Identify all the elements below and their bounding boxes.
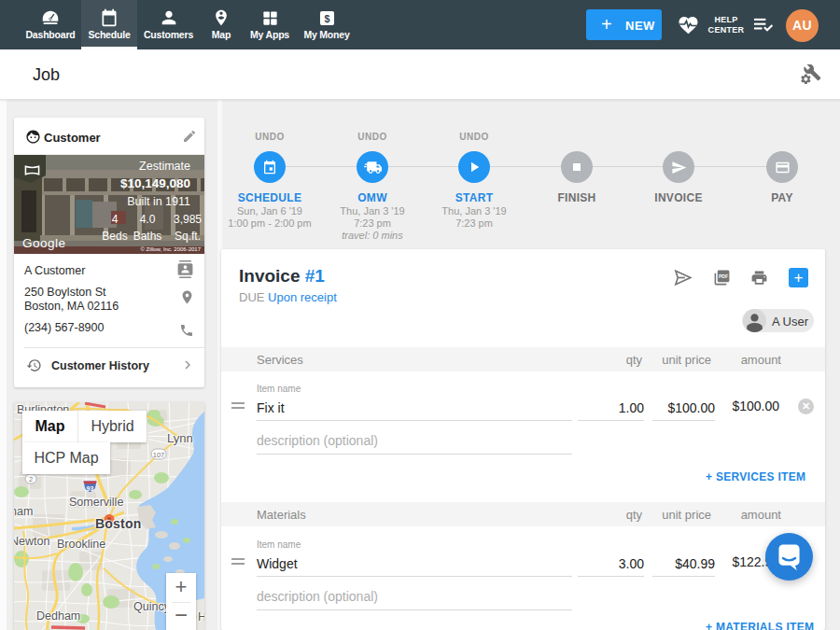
svg-text:2: 2 <box>29 475 33 483</box>
svg-text:$: $ <box>325 13 330 24</box>
svg-text:PDF: PDF <box>719 273 728 279</box>
svg-text:107: 107 <box>153 451 165 459</box>
svg-text:93: 93 <box>87 485 94 492</box>
